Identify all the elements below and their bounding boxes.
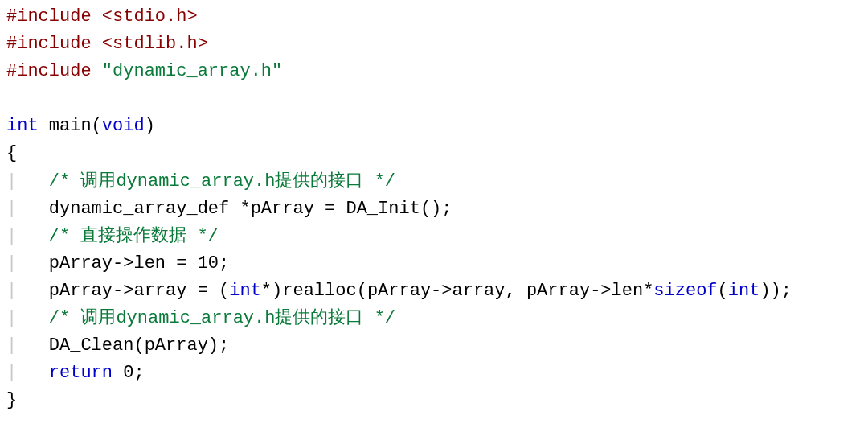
code-token: | [6, 363, 17, 383]
code-token: #include [6, 61, 92, 81]
code-line: | dynamic_array_def *pArray = DA_Init(); [6, 195, 862, 223]
code-token: | [6, 308, 17, 328]
code-line: { [6, 140, 862, 167]
code-token: | [6, 226, 17, 246]
code-token: { [6, 143, 17, 163]
code-line: | DA_Clean(pArray); [6, 332, 862, 360]
code-line: | return 0; [6, 360, 862, 387]
code-line: #include "dynamic_array.h" [6, 58, 862, 85]
code-line: #include <stdlib.h> [6, 31, 862, 58]
code-token: int [229, 281, 261, 301]
code-token: <stdio.h> [102, 6, 198, 27]
code-token: #include [6, 6, 92, 27]
code-token: } [6, 390, 17, 410]
code-token: 0; [113, 363, 145, 383]
code-token: return [49, 363, 113, 383]
code-token: int [728, 281, 760, 301]
code-token: /* 调用dynamic_array.h提供的接口 */ [49, 171, 395, 191]
code-token: sizeof [653, 281, 717, 301]
code-token: | [6, 253, 17, 274]
code-token: int [6, 116, 39, 136]
code-line: | /* 直接操作数据 */ [6, 223, 862, 250]
code-token: pArray->array = ( [17, 281, 229, 301]
code-token: #include [6, 34, 92, 54]
code-token: ) [145, 116, 155, 136]
code-line: int main(void) [6, 113, 862, 140]
code-token: main( [39, 116, 102, 136]
code-token: | [6, 281, 17, 301]
code-line: | pArray->len = 10; [6, 250, 862, 278]
code-token [92, 61, 102, 81]
code-line: | /* 调用dynamic_array.h提供的接口 */ [6, 168, 862, 195]
code-token: void [102, 116, 145, 136]
code-token: "dynamic_array.h" [102, 61, 282, 81]
code-line: | pArray->array = (int*)realloc(pArray->… [6, 278, 862, 305]
code-token [17, 363, 49, 383]
code-token: | [6, 171, 17, 191]
code-token [17, 226, 49, 246]
code-token: <stdlib.h> [102, 34, 208, 54]
code-block: #include <stdio.h>#include <stdlib.h>#in… [0, 0, 868, 418]
code-token: ( [718, 281, 728, 301]
code-token: *)realloc(pArray->array, pArray->len* [261, 281, 653, 301]
code-token: )); [760, 281, 792, 301]
code-token: /* 直接操作数据 */ [49, 226, 219, 246]
code-line: #include <stdio.h> [6, 3, 862, 31]
code-line: } [6, 387, 862, 414]
code-line: | /* 调用dynamic_array.h提供的接口 */ [6, 305, 862, 332]
code-token: | [6, 199, 17, 219]
code-token [92, 6, 102, 27]
code-line [6, 85, 862, 113]
code-token: DA_Clean(pArray); [17, 335, 229, 356]
code-token [92, 34, 102, 54]
code-token: /* 调用dynamic_array.h提供的接口 */ [49, 308, 395, 328]
code-token: dynamic_array_def *pArray = DA_Init(); [17, 199, 452, 219]
code-token [17, 308, 49, 328]
code-token: pArray->len = 10; [17, 253, 229, 274]
code-token [17, 171, 49, 191]
code-token: | [6, 335, 17, 356]
